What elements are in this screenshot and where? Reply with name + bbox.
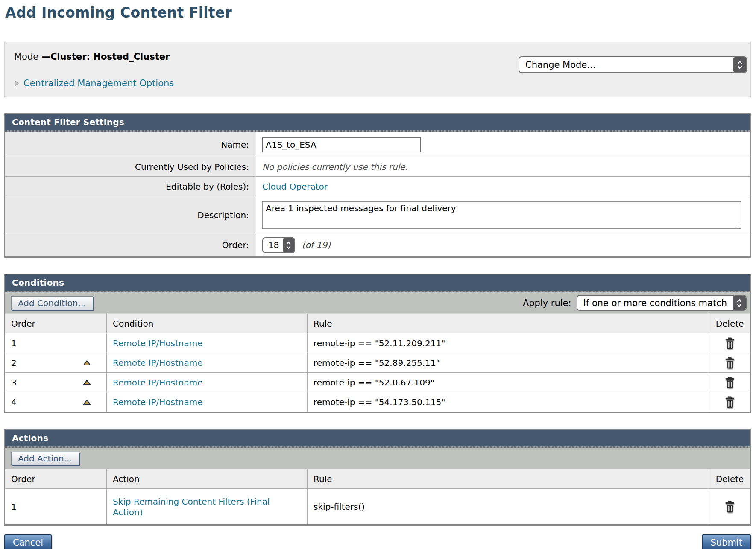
column-header-order: Order bbox=[5, 314, 107, 333]
column-header-order: Order bbox=[5, 469, 107, 488]
trash-icon[interactable] bbox=[724, 337, 735, 349]
condition-rule: remote-ip == "52.11.209.211" bbox=[314, 338, 445, 348]
footer: Cancel Submit bbox=[4, 534, 751, 549]
policies-label: Currently Used by Policies: bbox=[5, 157, 256, 176]
cloud-operator-link[interactable]: Cloud Operator bbox=[262, 181, 328, 192]
add-action-button[interactable]: Add Action... bbox=[11, 452, 79, 465]
move-up-icon[interactable] bbox=[83, 360, 91, 366]
column-header-condition: Condition bbox=[107, 314, 308, 333]
move-up-icon[interactable] bbox=[83, 380, 91, 385]
order-of-note: (of 19) bbox=[302, 240, 331, 250]
column-header-delete: Delete bbox=[709, 469, 750, 488]
move-up-icon[interactable] bbox=[83, 399, 91, 405]
mode-box: Mode —Cluster: Hosted_Cluster Centralize… bbox=[4, 42, 751, 97]
apply-rule-label: Apply rule: bbox=[523, 298, 571, 308]
column-header-delete: Delete bbox=[709, 314, 750, 333]
actions-header-label: Actions bbox=[12, 433, 48, 443]
table-row: 1 Remote IP/Hostname remote-ip == "52.11… bbox=[5, 333, 750, 353]
condition-link[interactable]: Remote IP/Hostname bbox=[113, 377, 202, 388]
add-condition-button[interactable]: Add Condition... bbox=[11, 296, 93, 310]
conditions-header-label: Conditions bbox=[12, 277, 64, 288]
apply-rule-select[interactable]: If one or more conditions match bbox=[577, 295, 747, 311]
column-header-action: Action bbox=[107, 469, 308, 488]
submit-button[interactable]: Submit bbox=[702, 534, 751, 549]
table-row: 4 Remote IP/Hostname remote-ip == "54.17… bbox=[5, 392, 750, 412]
apply-rule-select-value: If one or more conditions match bbox=[577, 296, 733, 310]
page: Add Incoming Content Filter Mode —Cluste… bbox=[0, 4, 756, 549]
centralized-management-options-link[interactable]: Centralized Management Options bbox=[23, 78, 174, 88]
change-mode-select[interactable]: Change Mode... bbox=[519, 56, 747, 73]
page-title: Add Incoming Content Filter bbox=[5, 4, 756, 21]
stepper-icon bbox=[733, 296, 746, 310]
description-label: Description: bbox=[5, 196, 256, 234]
name-label: Name: bbox=[5, 132, 256, 157]
actions-toolbar: Add Action... bbox=[5, 448, 750, 469]
mode-line: Mode —Cluster: Hosted_Cluster bbox=[14, 52, 170, 62]
conditions-table-header: Order Condition Rule Delete bbox=[5, 314, 750, 333]
stepper-icon bbox=[283, 238, 294, 252]
table-row: 1 Skip Remaining Content Filters (Final … bbox=[5, 488, 750, 524]
trash-icon[interactable] bbox=[724, 376, 735, 388]
condition-order: 4 bbox=[5, 392, 107, 412]
editable-roles-label: Editable by (Roles): bbox=[5, 177, 256, 196]
disclosure-triangle-icon[interactable] bbox=[14, 80, 19, 87]
stepper-icon bbox=[733, 57, 746, 72]
condition-order: 1 bbox=[5, 333, 107, 353]
trash-icon[interactable] bbox=[724, 396, 735, 408]
conditions-header: Conditions bbox=[5, 274, 750, 291]
policies-value: No policies currently use this rule. bbox=[262, 162, 408, 172]
trash-icon[interactable] bbox=[724, 356, 735, 369]
order-select[interactable]: 18 bbox=[262, 237, 295, 253]
condition-rule: remote-ip == "54.173.50.115" bbox=[314, 397, 445, 407]
change-mode-select-value: Change Mode... bbox=[519, 57, 733, 72]
cancel-button[interactable]: Cancel bbox=[4, 534, 52, 549]
mode-label: Mode bbox=[14, 52, 41, 62]
actions-table-header: Order Action Rule Delete bbox=[5, 469, 750, 488]
condition-link[interactable]: Remote IP/Hostname bbox=[113, 358, 202, 368]
action-order: 1 bbox=[5, 489, 107, 524]
description-input[interactable]: Area 1 inspected messages for final deli… bbox=[262, 201, 741, 229]
conditions-panel: Conditions Add Condition... Apply rule: … bbox=[4, 274, 751, 413]
condition-link[interactable]: Remote IP/Hostname bbox=[113, 397, 202, 407]
column-header-rule: Rule bbox=[308, 314, 709, 333]
trash-icon[interactable] bbox=[724, 500, 735, 513]
column-header-rule: Rule bbox=[308, 469, 709, 488]
content-filter-settings-panel: Content Filter Settings Name: Currently … bbox=[4, 113, 751, 258]
action-link[interactable]: Skip Remaining Content Filters (Final Ac… bbox=[113, 496, 301, 518]
mode-value: —Cluster: Hosted_Cluster bbox=[41, 52, 170, 62]
name-input[interactable] bbox=[262, 137, 421, 152]
content-filter-settings-header-label: Content Filter Settings bbox=[12, 117, 124, 127]
table-row: 3 Remote IP/Hostname remote-ip == "52.0.… bbox=[5, 372, 750, 392]
table-row: 2 Remote IP/Hostname remote-ip == "52.89… bbox=[5, 353, 750, 372]
action-rule: skip-filters() bbox=[314, 502, 365, 512]
actions-header: Actions bbox=[5, 430, 750, 446]
order-label: Order: bbox=[5, 234, 256, 256]
conditions-toolbar: Add Condition... Apply rule: If one or m… bbox=[5, 292, 750, 314]
condition-order: 3 bbox=[5, 373, 107, 392]
order-select-value: 18 bbox=[263, 238, 283, 252]
condition-rule: remote-ip == "52.0.67.109" bbox=[314, 377, 434, 388]
actions-panel: Actions Add Action... Order Action Rule … bbox=[4, 429, 751, 526]
condition-order: 2 bbox=[5, 353, 107, 372]
condition-link[interactable]: Remote IP/Hostname bbox=[113, 338, 202, 348]
condition-rule: remote-ip == "52.89.255.11" bbox=[314, 358, 440, 368]
content-filter-settings-header: Content Filter Settings bbox=[5, 114, 750, 130]
